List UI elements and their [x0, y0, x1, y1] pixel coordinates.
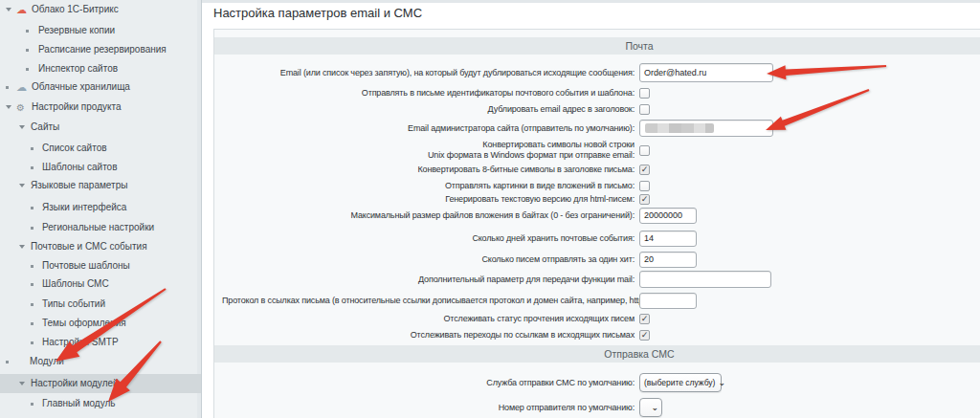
sidebar-item-label: Региональные настройки	[42, 222, 154, 232]
bullet-icon	[31, 227, 33, 230]
sidebar-item-site-templates[interactable]: Шаблоны сайтов	[0, 158, 201, 177]
sidebar-item-main-module[interactable]: Главный модуль	[0, 394, 201, 413]
track-read-status-checkbox[interactable]: ✓	[639, 314, 650, 324]
redacted-value	[645, 123, 714, 133]
sidebar-item-cloud-storage[interactable]: ☁Облачные хранилища	[0, 77, 201, 97]
chevron-down-icon[interactable]	[19, 382, 25, 385]
email-duplicate-input[interactable]: Order@hated.ru	[639, 63, 773, 82]
field-label: Email (или список через запятую), на кот…	[222, 68, 635, 78]
generate-text-version-checkbox[interactable]: ✓	[639, 194, 650, 205]
sidebar: ☁Облако 1С-БитриксРезервные копииРасписа…	[0, 0, 202, 418]
chevron-down-icon[interactable]	[19, 125, 25, 129]
bullet-icon	[26, 68, 29, 71]
sidebar-item-language-params[interactable]: Языковые параметры	[0, 176, 201, 195]
admin-email-input[interactable]	[639, 120, 773, 137]
sidebar-item-label: Облачные хранилища	[32, 81, 130, 92]
main-top-strip	[202, 0, 980, 3]
form-row-sender-number: Номер отправителя по умолчанию:⌄	[214, 398, 980, 417]
sidebar-item-label: Главный модуль	[42, 398, 116, 408]
sidebar-item-mail-sms-events[interactable]: Почтовые и СМС события	[0, 237, 201, 256]
form-row-admin-email: Email администратора сайта (отправитель …	[214, 119, 980, 138]
track-link-clicks-checkbox[interactable]: ✓	[639, 330, 650, 341]
field-label: Номер отправителя по умолчанию:	[222, 403, 635, 413]
convert-8bit-checkbox[interactable]: ✓	[639, 165, 650, 175]
sidebar-item-label: Настройки SMTP	[42, 337, 119, 347]
bullet-icon	[26, 49, 29, 52]
chevron-down-icon[interactable]	[19, 184, 25, 187]
field-label: Служба отправки СМС по умолчанию:	[222, 378, 635, 388]
sidebar-item-backups[interactable]: Резервные копии	[0, 21, 201, 40]
section-header: Отправка СМС	[214, 345, 980, 363]
field-label: Отслеживать статус прочтения исходящих п…	[222, 314, 635, 324]
sidebar-item-themes[interactable]: Темы оформления	[0, 314, 201, 333]
sidebar-item-label: Почтовые шаблоны	[42, 260, 130, 271]
field-label: Отправлять в письме идентификаторы почто…	[222, 88, 635, 99]
field-label: Дополнительный параметр для передачи фун…	[222, 275, 635, 285]
sidebar-item-smtp-settings[interactable]: Настройки SMTP	[0, 333, 201, 352]
form-row-duplicate-email-header: Дублировать email адрес в заголовок:	[214, 99, 980, 119]
bullet-icon	[31, 283, 33, 286]
field-label: Email администратора сайта (отправитель …	[222, 123, 635, 134]
mails-per-hit-input[interactable]: 20	[639, 252, 697, 268]
sidebar-item-bitrix-cloud[interactable]: ☁Облако 1С-Битрикс	[0, 0, 201, 19]
sidebar-item-label: Типы событий	[42, 298, 105, 309]
sidebar-item-label: Сайты	[31, 121, 59, 132]
sidebar-item-site-list[interactable]: Список сайтов	[0, 139, 201, 158]
sidebar-item-mail-templates[interactable]: Почтовые шаблоны	[0, 256, 201, 275]
sidebar-item-interface-languages[interactable]: Языки интерфейса	[0, 198, 201, 217]
bullet-icon	[31, 166, 33, 169]
field-label: Максимальный размер файлов вложения в ба…	[222, 210, 635, 221]
sidebar-item-backup-schedule[interactable]: Расписание резервирования	[0, 40, 201, 59]
chevron-down-icon[interactable]	[6, 105, 11, 109]
bullet-icon	[31, 147, 33, 150]
sidebar-item-modules[interactable]: Модули	[0, 352, 201, 371]
max-attachment-size-input[interactable]: 20000000	[639, 208, 697, 224]
sidebar-item-label: Темы оформления	[42, 318, 126, 328]
form-row-email-duplicate: Email (или список через запятую), на кот…	[214, 63, 980, 82]
bitrix-admin-screen: ☁Облако 1С-БитриксРезервные копииРасписа…	[0, 0, 980, 418]
sidebar-item-label: Почтовые и СМС события	[31, 241, 147, 252]
mail-events-days-input[interactable]: 14	[639, 231, 697, 247]
sidebar-item-label: Резервные копии	[38, 25, 115, 35]
cloud-red-icon: ☁	[16, 2, 27, 17]
chevron-down-icon: ⌄	[718, 379, 725, 386]
bullet-icon	[31, 303, 33, 306]
field-label: Конвертировать символы новой строкиUnix …	[222, 140, 635, 161]
sidebar-item-site-inspector[interactable]: Инспектор сайтов	[0, 59, 201, 78]
sms-service-select[interactable]: (выберите службу)⌄	[639, 373, 722, 392]
bullet-icon	[6, 86, 9, 89]
bullet-icon	[31, 265, 33, 268]
sidebar-item-label: Шаблоны сайтов	[42, 162, 118, 172]
duplicate-email-header-checkbox[interactable]	[639, 104, 650, 115]
form-row-link-protocol: Протокол в ссылках письма (в относительн…	[214, 291, 980, 310]
send-event-ids-checkbox[interactable]	[639, 88, 650, 99]
bullet-icon	[26, 30, 29, 33]
sidebar-item-label: Список сайтов	[42, 143, 107, 153]
field-label: Протокол в ссылках письма (в относительн…	[222, 296, 635, 306]
sidebar-item-label: Шаблоны СМС	[42, 278, 109, 289]
field-label: Сколько писем отправлять за один хит:	[222, 254, 635, 265]
convert-unix-newlines-checkbox[interactable]	[639, 145, 650, 156]
field-label: Отслеживать переходы по ссылкам в исходя…	[222, 330, 635, 341]
chevron-down-icon: ⌄	[651, 404, 658, 411]
sidebar-item-sites[interactable]: Сайты	[0, 118, 201, 137]
link-protocol-input[interactable]	[639, 293, 697, 309]
form-row-mails-per-hit: Сколько писем отправлять за один хит:20	[214, 250, 980, 269]
sidebar-item-label: Облако 1С-Битрикс	[32, 4, 119, 14]
field-label: Генерировать текстовую версию для html-п…	[222, 194, 635, 205]
sidebar-item-module-settings[interactable]: Настройки модулей	[0, 374, 201, 393]
mail-function-param-input[interactable]	[639, 271, 771, 288]
settings-form: ПочтаОтправка СМСEmail (или список через…	[213, 29, 980, 418]
chevron-down-icon[interactable]	[19, 245, 25, 249]
select-value: (выберите службу)	[644, 378, 715, 387]
sidebar-item-regional-settings[interactable]: Региональные настройки	[0, 218, 201, 237]
form-row-mail-events-days: Сколько дней хранить почтовые события:14	[214, 229, 980, 248]
form-row-convert-unix-newlines: Конвертировать символы новой строкиUnix …	[214, 139, 980, 162]
sidebar-item-sms-templates[interactable]: Шаблоны СМС	[0, 275, 201, 294]
sidebar-item-product-settings[interactable]: ⚙Настройки продукта	[0, 98, 201, 117]
sidebar-item-event-types[interactable]: Типы событий	[0, 295, 201, 314]
sender-number-select[interactable]: ⌄	[639, 398, 662, 417]
bullet-icon	[31, 322, 33, 325]
bullet-icon	[31, 403, 33, 406]
chevron-down-icon[interactable]	[6, 8, 11, 11]
